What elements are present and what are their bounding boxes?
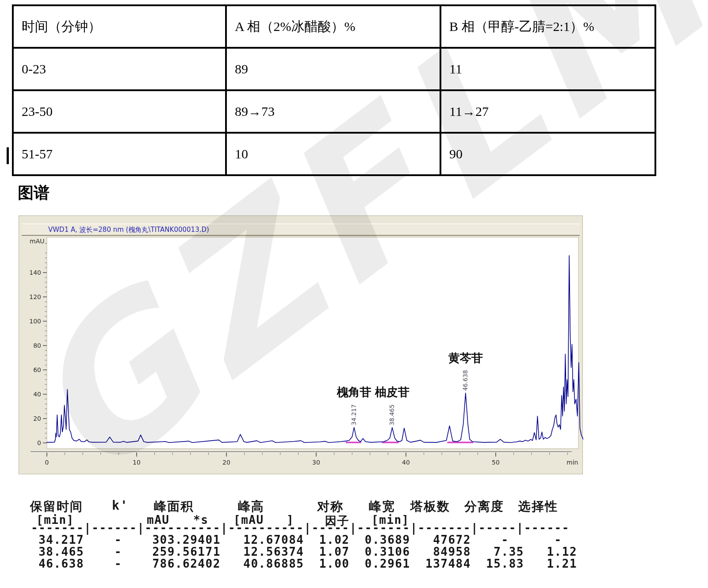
svg-text:30: 30 xyxy=(312,459,320,466)
svg-text:黄芩苷: 黄芩苷 xyxy=(448,351,483,365)
table-header-row: 时间（分钟） A 相（2%冰醋酸）% B 相（甲醇-乙腈=2:1）% xyxy=(13,5,655,48)
svg-text:80: 80 xyxy=(33,342,41,349)
cell-phase-b: 90 xyxy=(440,133,655,175)
cell-phase-a: 10 xyxy=(226,133,440,175)
results-data-block: -------|------|----------|----------|---… xyxy=(31,522,577,570)
svg-text:40: 40 xyxy=(33,391,41,398)
results-header-k: k' xyxy=(112,498,129,513)
table-row: 0-23 89 11 xyxy=(13,48,655,90)
svg-text:柚皮苷: 柚皮苷 xyxy=(375,385,409,399)
results-header-peak-area: 峰面积 xyxy=(154,498,194,515)
chromatogram-plot: 020406080100120140mAU01020304050min34.21… xyxy=(19,216,583,475)
cell-time: 23-50 xyxy=(13,90,226,133)
svg-text:34.217: 34.217 xyxy=(350,404,357,425)
peak-results-table: 保留时间 k' 峰面积 峰高 对称 峰宽 塔板数 分离度 选择性 [min] m… xyxy=(0,495,708,588)
col-header-phase-a: A 相（2%冰醋酸）% xyxy=(226,5,440,48)
svg-text:120: 120 xyxy=(29,293,41,300)
svg-text:20: 20 xyxy=(222,459,230,466)
results-row: 34.217 - 303.29401 12.67084 1.02 0.3689 … xyxy=(31,533,562,546)
scan-artifact-mark xyxy=(7,147,9,164)
section-heading: 图谱 xyxy=(18,182,50,204)
svg-text:0: 0 xyxy=(37,439,41,446)
results-row: 38.465 - 259.56171 12.56374 1.07 0.3106 … xyxy=(31,545,577,558)
results-row: 46.638 - 786.62402 40.86885 1.00 0.2961 … xyxy=(31,557,577,570)
results-header-peak-height: 峰高 xyxy=(238,498,264,515)
table-row: 23-50 89→73 11→27 xyxy=(13,90,655,133)
cell-phase-b: 11→27 xyxy=(440,90,655,133)
svg-text:50: 50 xyxy=(492,459,500,466)
svg-text:38.465: 38.465 xyxy=(388,404,395,425)
svg-text:100: 100 xyxy=(29,318,41,325)
results-divider: -------|------|----------|----------|---… xyxy=(31,521,570,534)
chromatogram-panel: VWD1 A, 波长=280 nm (槐角丸\TITANK000013.D) 0… xyxy=(19,215,583,474)
svg-text:0: 0 xyxy=(45,459,49,466)
svg-text:40: 40 xyxy=(402,459,410,466)
cell-phase-b: 11 xyxy=(440,48,655,90)
cell-phase-a: 89→73 xyxy=(226,90,440,133)
svg-text:60: 60 xyxy=(33,366,41,373)
svg-text:46.638: 46.638 xyxy=(462,370,469,391)
results-header-selectivity: 选择性 xyxy=(518,498,558,515)
cell-time: 0-23 xyxy=(13,48,226,90)
cell-time: 51-57 xyxy=(13,133,226,175)
results-header-retention-time: 保留时间 xyxy=(30,498,83,515)
table-row: 51-57 10 90 xyxy=(13,133,655,175)
results-header-resolution: 分离度 xyxy=(464,498,504,515)
svg-text:min: min xyxy=(566,459,578,466)
svg-text:20: 20 xyxy=(33,415,41,422)
results-header-symmetry: 对称 xyxy=(317,498,344,515)
results-header-plates: 塔板数 xyxy=(410,498,450,515)
col-header-phase-b: B 相（甲醇-乙腈=2:1）% xyxy=(440,5,655,48)
results-header-peak-width: 峰宽 xyxy=(369,498,395,515)
svg-text:槐角苷: 槐角苷 xyxy=(337,385,371,399)
svg-text:140: 140 xyxy=(29,269,41,276)
col-header-time: 时间（分钟） xyxy=(13,5,226,48)
gradient-table: 时间（分钟） A 相（2%冰醋酸）% B 相（甲醇-乙腈=2:1）% 0-23 … xyxy=(12,4,656,176)
document-page: GZFLM 时间（分钟） A 相（2%冰醋酸）% B 相（甲醇-乙腈=2:1）%… xyxy=(0,0,708,588)
svg-text:mAU: mAU xyxy=(30,238,44,245)
cell-phase-a: 89 xyxy=(226,48,440,90)
svg-text:10: 10 xyxy=(133,459,141,466)
